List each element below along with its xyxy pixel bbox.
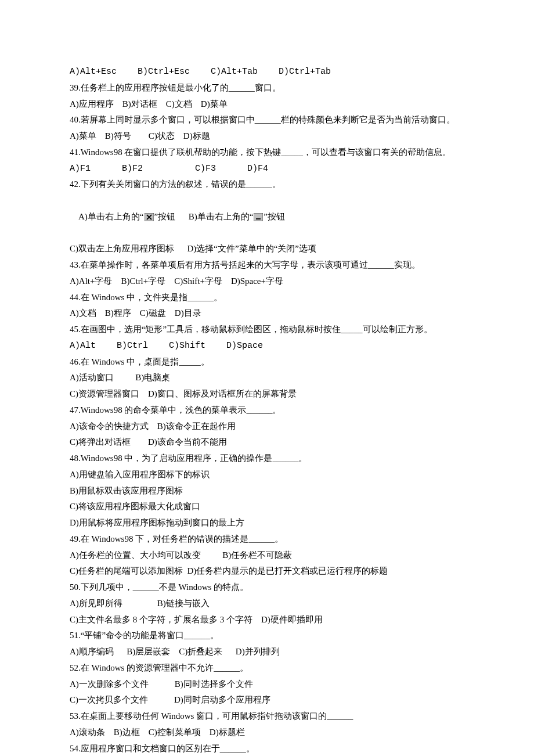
options-46-cd: C)资源管理器窗口 D)窗口、图标及对话框所在的屏幕背景 <box>70 386 464 402</box>
question-49: 49.在 Windows98 下，对任务栏的错误的描述是______。 <box>70 531 464 548</box>
options-47-ab: A)该命令的快捷方式 B)该命令正在起作用 <box>70 419 464 435</box>
question-45: 45.在画图中，选用“矩形”工具后，移动鼠标到绘图区，拖动鼠标时按住_____可… <box>70 322 464 338</box>
options-48-b: B)用鼠标双击该应用程序图标 <box>70 483 464 499</box>
question-41: 41.Windows98 在窗口提供了联机帮助的功能，按下热键_____，可以查… <box>70 145 464 161</box>
options-44: A)文档 B)程序 C)磁盘 D)目录 <box>70 305 464 322</box>
options-52-ab: A)一次删除多个文件 B)同时选择多个文件 <box>70 676 464 693</box>
question-47: 47.Windows98 的命令菜单中，浅色的菜单表示______。 <box>70 402 464 419</box>
options-47-cd: C)将弹出对话框 D)该命令当前不能用 <box>70 434 464 451</box>
question-40: 40.若屏幕上同时显示多个窗口，可以根据窗口中______栏的特殊颜色来判断它是… <box>70 112 464 128</box>
options-51: A)顺序编码 B)层层嵌套 C)折叠起来 D)并列排列 <box>70 644 464 660</box>
minimize-icon <box>254 213 263 221</box>
svg-rect-3 <box>254 213 263 221</box>
options-43: A)Alt+字母 B)Ctrl+字母 C)Shift+字母 D)Space+字母 <box>70 273 464 290</box>
options-53: A)滚动条 B)边框 C)控制菜单项 D)标题栏 <box>70 725 464 741</box>
options-40: A)菜单 B)符号 C)状态 D)标题 <box>70 128 464 145</box>
options-49-cd: C)任务栏的尾端可以添加图标 D)任务栏内显示的是已打开文档或已运行程序的标题 <box>70 563 464 579</box>
question-42: 42.下列有关关闭窗口的方法的叙述，错误的是______。 <box>70 177 464 193</box>
options-42-cd: C)双击左上角应用程序图标 D)选择“文件”菜单中的“关闭”选项 <box>70 241 464 257</box>
question-51: 51.“平铺”命令的功能是将窗口______。 <box>70 628 464 644</box>
close-icon <box>145 213 154 221</box>
options-39: A)应用程序 B)对话框 C)文档 D)菜单 <box>70 96 464 113</box>
exam-page: A)Alt+Esc B)Ctrl+Esc C)Alt+Tab D)Ctrl+Ta… <box>0 0 534 756</box>
options-48-c: C)将该应用程序图标最大化成窗口 <box>70 499 464 515</box>
question-53: 53.在桌面上要移动任何 Windows 窗口，可用鼠标指针拖动该窗口的____… <box>70 708 464 725</box>
opt-42b-end: ”按钮 <box>264 212 285 221</box>
options-50-cd: C)主文件名最多 8 个字符，扩展名最多 3 个字符 D)硬件即插即用 <box>70 612 464 628</box>
options-49-ab: A)任务栏的位置、大小均可以改变 B)任务栏不可隐蔽 <box>70 548 464 564</box>
question-43: 43.在菜单操作时，各菜单项后有用方括号括起来的大写字母，表示该项可通过____… <box>70 257 464 273</box>
options-50-ab: A)所见即所得 B)链接与嵌入 <box>70 596 464 612</box>
options-48-a: A)用键盘输入应用程序图标下的标识 <box>70 467 464 483</box>
options-48-d: D)用鼠标将应用程序图标拖动到窗口的最上方 <box>70 515 464 531</box>
options-42-ab: A)单击右上角的“”按钮 B)单击右上角的“”按钮 <box>70 193 464 241</box>
question-39: 39.任务栏上的应用程序按钮是最小化了的______窗口。 <box>70 80 464 96</box>
options-38: A)Alt+Esc B)Ctrl+Esc C)Alt+Tab D)Ctrl+Ta… <box>70 64 464 80</box>
question-52: 52.在 Windows 的资源管理器中不允许______。 <box>70 660 464 676</box>
question-50: 50.下列几项中，______不是 Windows 的特点。 <box>70 579 464 596</box>
options-46-ab: A)活动窗口 B)电脑桌 <box>70 370 464 386</box>
opt-42a-pre: A)单击右上角的“ <box>78 212 144 221</box>
question-46: 46.在 Windows 中，桌面是指_____。 <box>70 354 464 370</box>
options-45: A)Alt B)Ctrl C)Shift D)Space <box>70 338 464 354</box>
question-48: 48.Windows98 中，为了启动应用程序，正确的操作是______。 <box>70 451 464 467</box>
options-52-cd: C)一次拷贝多个文件 D)同时启动多个应用程序 <box>70 692 464 708</box>
options-41: A)F1 B)F2 C)F3 D)F4 <box>70 161 464 177</box>
question-54: 54.应用程序窗口和文档窗口的区别在于______。 <box>70 741 464 757</box>
question-44: 44.在 Windows 中，文件夹是指______。 <box>70 290 464 306</box>
opt-42a-post: ”按钮 B)单击右上角的“ <box>154 212 254 221</box>
